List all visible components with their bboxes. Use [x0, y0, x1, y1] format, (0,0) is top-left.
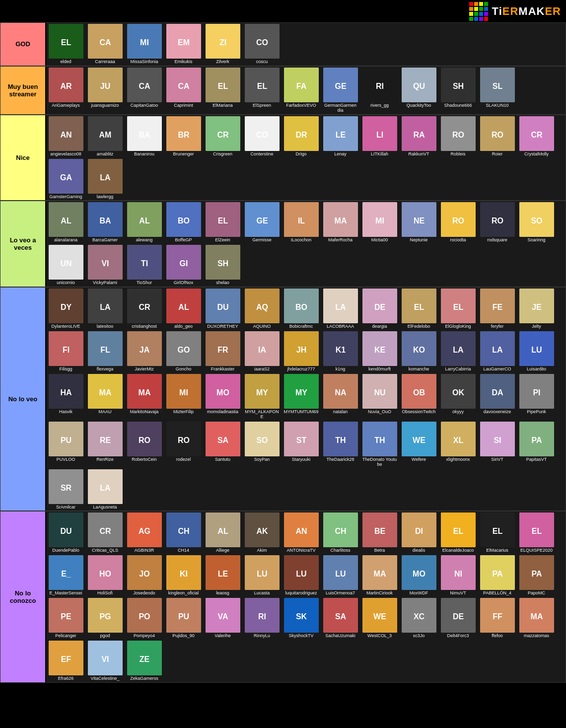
streamer-item[interactable]: EL ELQUISPE2020	[518, 512, 555, 553]
streamer-item[interactable]: SO Soarinng	[518, 202, 555, 243]
streamer-item[interactable]: LA LarryCabirria	[439, 331, 477, 372]
streamer-item[interactable]: VA Valerihe	[204, 598, 241, 639]
streamer-item[interactable]: LA lawlergg	[86, 159, 124, 200]
streamer-item[interactable]: K1 k1ng	[322, 331, 359, 372]
streamer-item[interactable]: AK Akim	[243, 512, 281, 553]
streamer-item[interactable]: AN ANTONIcraTV	[283, 512, 320, 553]
streamer-item[interactable]: AN angievelasco08	[47, 116, 84, 157]
streamer-item[interactable]: SR SrAmilcar	[47, 469, 84, 510]
streamer-item[interactable]: PG pgod	[86, 598, 124, 639]
streamer-item[interactable]: MA MartinCiriook	[361, 555, 398, 596]
streamer-item[interactable]: PO Pompeyo4	[126, 598, 163, 639]
streamer-item[interactable]: XC xc3Jo	[400, 598, 437, 639]
streamer-item[interactable]: CO Conterstine	[243, 116, 281, 157]
streamer-item[interactable]: EL ElZeein	[204, 202, 241, 243]
streamer-item[interactable]: LU LuisOrmenoa7	[322, 555, 359, 596]
streamer-item[interactable]: FL flexvega	[86, 331, 124, 372]
streamer-item[interactable]: BA Bananirou	[126, 116, 163, 157]
streamer-item[interactable]: CH CH14	[165, 512, 202, 553]
streamer-item[interactable]: BA BarcaGamer	[86, 202, 124, 243]
streamer-item[interactable]: MA mazzatomas	[518, 598, 555, 639]
streamer-item[interactable]: BO BoffeGP	[165, 202, 202, 243]
streamer-item[interactable]: EF Efra626	[47, 641, 84, 681]
streamer-item[interactable]: DA davooxeneize	[479, 374, 516, 420]
streamer-item[interactable]: JU juansguarnizo	[86, 68, 124, 113]
streamer-item[interactable]: KE kend0murft	[361, 331, 398, 372]
streamer-item[interactable]: PI PipePunk	[518, 374, 555, 420]
streamer-item[interactable]: VI VitaCelestine_	[86, 641, 124, 681]
streamer-item[interactable]: DY DylanteroLIVE	[47, 289, 84, 329]
streamer-item[interactable]: EL ElFedelobo	[400, 289, 437, 329]
streamer-item[interactable]: EL ElMacarius	[479, 512, 516, 553]
streamer-item[interactable]: CR Criticas_QLS	[86, 512, 124, 553]
streamer-item[interactable]: AL aldo_geo	[165, 289, 202, 329]
streamer-item[interactable]: FF ffefoo	[479, 598, 516, 639]
streamer-item[interactable]: ZI Zilverk	[204, 24, 241, 65]
streamer-item[interactable]: RO Roier	[479, 116, 516, 157]
streamer-item[interactable]: FR Frankkaster	[204, 331, 241, 372]
streamer-item[interactable]: RO rodsquare	[479, 202, 516, 243]
streamer-item[interactable]: JE Jelty	[518, 289, 555, 329]
streamer-item[interactable]: MO momoladinastia	[204, 374, 241, 420]
streamer-item[interactable]: SH shelao	[204, 245, 241, 286]
streamer-item[interactable]: RI RinnyLu	[243, 598, 281, 639]
streamer-item[interactable]: ZE ZekaGamerss	[126, 641, 163, 681]
streamer-item[interactable]: FA FarfadoxVEVO	[283, 68, 320, 113]
streamer-item[interactable]: UN unicornio	[47, 245, 84, 286]
streamer-item[interactable]: SL SLAKUN10	[479, 68, 516, 113]
streamer-item[interactable]: LU Lucasta	[243, 555, 281, 596]
streamer-item[interactable]: MY MYMTUMTUM69	[283, 374, 320, 420]
streamer-item[interactable]: CA Carreraaa	[86, 24, 124, 65]
streamer-item[interactable]: CR Crisgreen	[204, 116, 241, 157]
streamer-item[interactable]: AL alewang	[126, 202, 163, 243]
streamer-item[interactable]: BE Betra	[361, 512, 398, 553]
streamer-item[interactable]: LA LauGamerCO	[479, 331, 516, 372]
streamer-item[interactable]: HA Hasvik	[47, 374, 84, 420]
streamer-item[interactable]: EL ElSpreen	[243, 68, 281, 113]
streamer-item[interactable]: TH TheDaarick28	[322, 422, 359, 467]
streamer-item[interactable]: EL ElGlogloKing	[439, 289, 477, 329]
streamer-item[interactable]: KO komanche	[400, 331, 437, 372]
streamer-item[interactable]: GE Germisse	[243, 202, 281, 243]
streamer-item[interactable]: FI Filisgg	[47, 331, 84, 372]
streamer-item[interactable]: LA LACOBRAAA	[322, 289, 359, 329]
streamer-item[interactable]: VI VickyPalami	[86, 245, 124, 286]
streamer-item[interactable]: WE Wefere	[400, 422, 437, 467]
streamer-item[interactable]: LE Lenay	[322, 116, 359, 157]
streamer-item[interactable]: SO SoyPan	[243, 422, 281, 467]
streamer-item[interactable]: BO Bobicraftmc	[283, 289, 320, 329]
streamer-item[interactable]: LU Luisardito	[518, 331, 555, 372]
streamer-item[interactable]: TI TioShur	[126, 245, 163, 286]
streamer-item[interactable]: TH TheDonato Youtube	[361, 422, 398, 467]
streamer-item[interactable]: NI NimuVT	[439, 555, 477, 596]
streamer-item[interactable]: PA PapitasVT	[518, 422, 555, 467]
streamer-item[interactable]: GO Goncho	[165, 331, 202, 372]
streamer-item[interactable]: DR DrIgo	[283, 116, 320, 157]
streamer-item[interactable]: FE feryfer	[479, 289, 516, 329]
streamer-item[interactable]: JO Josedeodo	[126, 555, 163, 596]
streamer-item[interactable]: NU Nuvia_OuO	[361, 374, 398, 420]
streamer-item[interactable]: RO Robleis	[439, 116, 477, 157]
streamer-item[interactable]: IL ILocochon	[283, 202, 320, 243]
streamer-item[interactable]: LI LITKillah	[361, 116, 398, 157]
streamer-item[interactable]: RA RakkunVT	[400, 116, 437, 157]
streamer-item[interactable]: SK SkyshockTV	[283, 598, 320, 639]
streamer-item[interactable]: SH Shadoune666	[439, 68, 477, 113]
streamer-item[interactable]: SA Santutu	[204, 422, 241, 467]
streamer-item[interactable]: PU PUVLOO	[47, 422, 84, 467]
streamer-item[interactable]: PU Pujidos_90	[165, 598, 202, 639]
streamer-item[interactable]: MI MizterFilip	[165, 374, 202, 420]
streamer-item[interactable]: BR Brunenger	[165, 116, 202, 157]
streamer-item[interactable]: CR CrystalMolly	[518, 116, 555, 157]
streamer-item[interactable]: AM amablitz	[86, 116, 124, 157]
streamer-item[interactable]: RO rodezel	[165, 422, 202, 467]
streamer-item[interactable]: GI GirlOfNox	[165, 245, 202, 286]
streamer-item[interactable]: QU QuackityToo	[400, 68, 437, 113]
streamer-item[interactable]: NA natalan	[322, 374, 359, 420]
streamer-item[interactable]: ST Staryuuki	[283, 422, 320, 467]
streamer-item[interactable]: EL elded	[47, 24, 84, 65]
streamer-item[interactable]: CA Caprimint	[165, 68, 202, 113]
streamer-item[interactable]: DU DUXORETHEY	[204, 289, 241, 329]
streamer-item[interactable]: MA MarkitoNavaja	[126, 374, 163, 420]
streamer-item[interactable]: OB ObsessionTwitch	[400, 374, 437, 420]
